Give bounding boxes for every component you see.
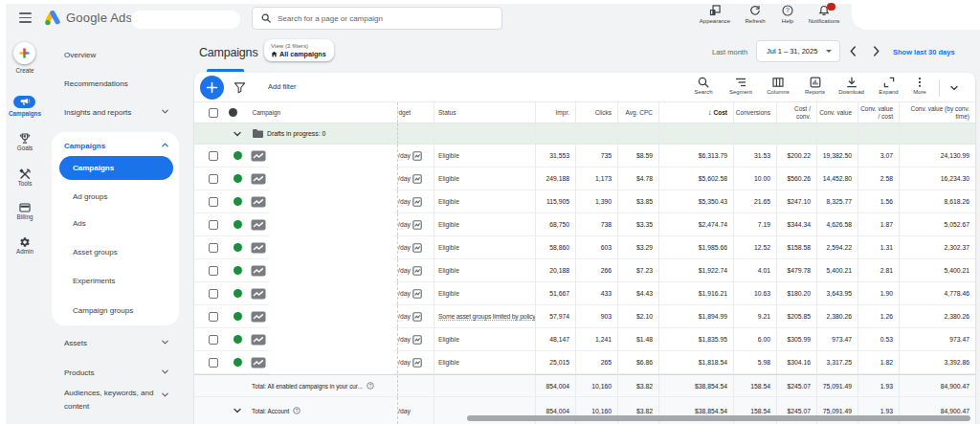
performance-chart-icon[interactable] [251,334,266,346]
column-header-cost[interactable]: Cost [714,109,727,117]
global-search[interactable]: Search for a page or campaign [252,7,502,30]
budget-report-icon[interactable] [412,358,422,368]
create-button[interactable] [13,42,35,64]
nav-item-campaigns-selected[interactable]: Campaigns [59,156,173,180]
row-checkbox[interactable] [209,266,218,276]
row-checkbox[interactable] [209,358,218,368]
chevron-down-icon[interactable] [233,129,242,139]
performance-chart-icon[interactable] [251,196,266,208]
row-checkbox[interactable] [209,335,218,345]
select-all-checkbox[interactable] [209,108,218,118]
view-filter-chip[interactable]: View (2 filters) All campaigns [264,39,334,61]
goals-icon[interactable] [19,133,31,145]
performance-chart-icon[interactable] [251,311,266,323]
column-header-conv-value-per-cost[interactable]: Conv. value / cost [860,105,893,120]
budget-value[interactable]: /day [398,198,411,205]
status-enabled-dot[interactable] [234,266,242,275]
chevron-down-icon[interactable] [161,391,169,399]
budget-value[interactable]: /day [398,221,411,228]
column-header-campaign[interactable]: Campaign [253,109,281,116]
budget-value[interactable]: /day [398,175,411,182]
date-range-picker[interactable]: Jul 1 – 31, 2025 [756,40,840,62]
chevron-down-icon[interactable] [161,338,169,346]
status-enabled-dot[interactable] [234,151,242,160]
row-checkbox[interactable] [209,312,218,322]
nav-item-assets[interactable]: Assets [64,339,87,347]
column-header-impr[interactable]: Impr. [556,109,569,117]
status-enabled-dot[interactable] [234,197,242,206]
more-button[interactable]: More [897,77,943,95]
help-circle-icon[interactable]: ? [293,407,301,414]
chevron-down-icon[interactable] [161,368,169,376]
row-checkbox[interactable] [209,174,218,184]
performance-chart-icon[interactable] [251,288,266,300]
nav-item-campaign-groups[interactable]: Campaign groups [73,306,133,315]
chevron-up-icon[interactable] [161,141,169,149]
budget-value[interactable]: /day [398,313,411,320]
column-header-clicks[interactable]: Clicks [595,109,612,117]
status-value[interactable]: Some asset groups limited by policy [438,313,535,321]
nav-item-recommendations[interactable]: Recommendations [64,79,128,88]
nav-item-products[interactable]: Products [64,368,95,377]
budget-report-icon[interactable] [412,312,422,322]
help-circle-icon[interactable]: ? [367,382,374,390]
nav-item-overview[interactable]: Overview [64,51,96,59]
performance-chart-icon[interactable] [251,242,266,254]
status-enabled-dot[interactable] [234,243,242,252]
budget-report-icon[interactable] [412,266,422,276]
chevron-down-icon[interactable] [233,406,242,415]
drafts-row[interactable]: Drafts in progress: 0 [194,123,975,145]
performance-chart-icon[interactable] [251,357,266,368]
status-enabled-dot[interactable] [234,335,242,344]
nav-item-insights[interactable]: Insights and reports [64,108,131,117]
status-enabled-dot[interactable] [234,174,242,183]
budget-report-icon[interactable] [412,289,422,299]
budget-report-icon[interactable] [412,174,422,184]
performance-chart-icon[interactable] [251,173,266,185]
budget-report-icon[interactable] [412,151,422,161]
budget-value[interactable]: /day [398,290,411,297]
status-enabled-dot[interactable] [234,312,242,321]
billing-icon[interactable] [19,202,31,213]
row-checkbox[interactable] [209,289,218,299]
column-header-conv-value[interactable]: Conv. value [819,109,852,117]
nav-item-ad-groups[interactable]: Ad groups [73,192,107,201]
column-header-status[interactable]: Status [438,109,456,116]
prev-range-button[interactable] [846,44,859,57]
budget-value[interactable]: /day [398,152,411,159]
row-checkbox[interactable] [209,220,218,230]
admin-icon[interactable] [19,236,31,248]
horizontal-scrollbar[interactable] [467,415,970,421]
performance-chart-icon[interactable] [251,150,266,162]
budget-value[interactable]: /day [398,336,411,343]
column-header-avg-cpc[interactable]: Avg. CPC [626,109,653,117]
performance-chart-icon[interactable] [251,265,266,277]
tools-icon[interactable] [19,168,31,180]
notifications-button[interactable]: Notifications [800,5,848,24]
nav-item-asset-groups[interactable]: Asset groups [73,248,118,257]
account-pill[interactable] [131,11,240,29]
column-header-cost-per-conv[interactable]: Cost / conv. [794,105,811,120]
performance-chart-icon[interactable] [251,219,266,231]
nav-item-audiences[interactable]: Audiences, keywords, and content [64,387,160,413]
budget-report-icon[interactable] [412,197,422,207]
show-last-30-days-link[interactable]: Show last 30 days [893,48,955,56]
status-dot-header[interactable] [229,108,237,117]
status-enabled-dot[interactable] [234,289,242,298]
status-enabled-dot[interactable] [234,358,242,367]
budget-report-icon[interactable] [412,335,422,345]
row-checkbox[interactable] [209,243,218,253]
row-checkbox[interactable] [209,197,218,207]
budget-report-icon[interactable] [412,220,422,230]
nav-section-campaigns[interactable]: Campaigns [64,142,105,150]
budget-value[interactable]: /day [398,359,411,366]
column-header-conv-value-by-conv-time[interactable]: Conv. value (by conv. time) [910,105,969,120]
budget-value[interactable]: /day [398,267,411,274]
collapse-toolbar-button[interactable] [949,83,959,93]
next-range-button[interactable] [869,44,882,57]
status-enabled-dot[interactable] [234,220,242,229]
column-header-budget[interactable]: dget [399,109,412,116]
nav-item-experiments[interactable]: Experiments [73,277,115,285]
menu-icon[interactable] [19,12,32,23]
row-checkbox[interactable] [209,151,218,161]
